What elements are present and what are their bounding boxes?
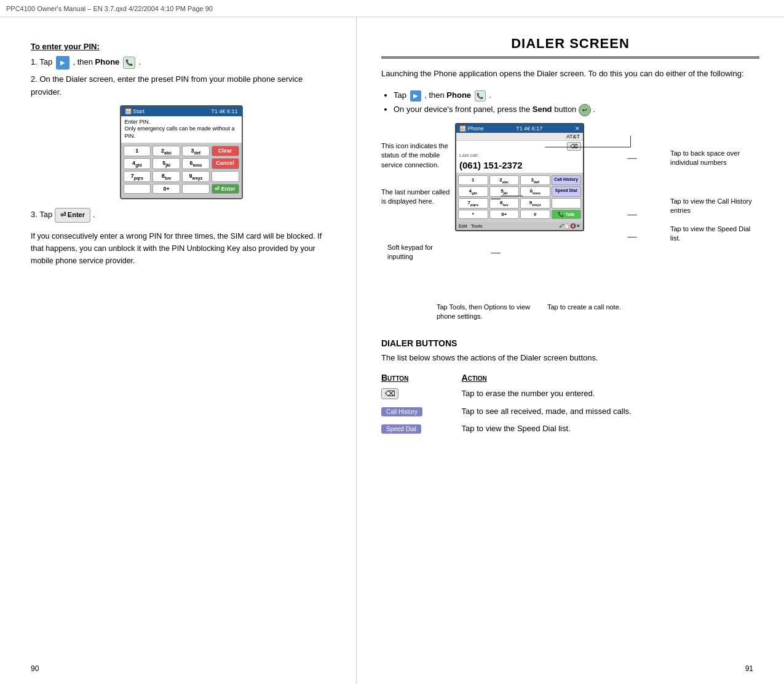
speed-dial-btn[interactable]: Speed Dial: [552, 186, 582, 197]
pin-key-empty2: [124, 184, 151, 194]
call-history-icon: Call History: [381, 407, 422, 416]
step3-suffix: .: [93, 210, 95, 219]
table-row-3: Speed Dial Tap to view the Speed Dial li…: [381, 420, 759, 437]
pin-section-heading: To enter your PIN:: [31, 42, 331, 51]
pin-key-clear[interactable]: Clear: [212, 146, 239, 157]
dialer-key-2[interactable]: 2abc: [489, 175, 520, 186]
col-action: Action: [462, 371, 759, 384]
pin-key-cancel[interactable]: Cancel: [212, 158, 239, 169]
pin-key-0[interactable]: 0+: [152, 184, 180, 194]
back-button-icon: ⌫: [381, 388, 398, 399]
annotation-call-note: Tap to create a call note.: [547, 303, 636, 312]
pin-key-empty1: [212, 171, 239, 182]
pin-key-enter[interactable]: ⏎ Enter: [212, 184, 239, 194]
dialer-diagram-area: This icon indicates the status of the mo…: [381, 123, 759, 326]
pin-msg-line3: PIN.: [125, 133, 238, 140]
pin-keypad: 1 2abc 3def Clear 4ghi 5jkl 6mno Cancel …: [121, 143, 242, 198]
dialer-key-9[interactable]: 9wxyz: [520, 198, 550, 209]
button-action-table: Button Action ⌫ Tap to erase the number …: [381, 371, 759, 437]
pin-key-1[interactable]: 1: [124, 146, 151, 157]
dialer-key-hash[interactable]: #: [520, 210, 550, 219]
dialer-buttons-heading: DIALER BUTTONS: [381, 338, 759, 348]
bullet-1: Tap , then Phone 📞 .: [394, 88, 759, 102]
dialer-row-2: 4ghi 5jkl 6mno Speed Dial: [458, 186, 581, 197]
send-label: Send: [533, 105, 552, 114]
bullet1-suffix: .: [489, 90, 491, 100]
action-cell-1: Tap to erase the number you entered.: [462, 384, 759, 403]
pin-screen-message: Enter PIN. Only emergency calls can be m…: [121, 116, 242, 143]
dialer-signal: T1 4€ 6:17: [516, 125, 542, 132]
start-icon: [56, 56, 69, 70]
step1-suffix: .: [139, 57, 141, 66]
dialer-key-7[interactable]: 7pqrs: [458, 198, 488, 209]
dialer-buttons-desc: The list below shows the actions of the …: [381, 352, 759, 365]
bullet-2: On your device's front panel, press the …: [394, 102, 759, 116]
page-number-left: 90: [31, 664, 39, 673]
step-2: 2. On the Dialer screen, enter the prese…: [31, 73, 331, 99]
action-cell-3: Tap to view the Speed Dial list.: [462, 420, 759, 437]
page-title: DIALER SCREEN: [381, 36, 759, 58]
action-cell-2: Tap to see all received, made, and misse…: [462, 403, 759, 420]
talk-btn[interactable]: 📞 Talk: [552, 210, 582, 219]
pin-row-4: 0+ ⏎ Enter: [124, 184, 239, 194]
pin-row-1: 1 2abc 3def Clear: [124, 146, 239, 157]
phone-label-step1: Phone: [95, 57, 120, 66]
intro-text: Launching the Phone application opens th…: [381, 67, 759, 81]
dialer-key-5[interactable]: 5jkl: [489, 186, 520, 197]
menu-tools[interactable]: Tools: [471, 223, 483, 229]
bullet1-tap: Tap: [394, 90, 409, 100]
phone-icon-bullet1: 📞: [475, 90, 486, 101]
dialer-close-icon[interactable]: ✕: [575, 125, 580, 132]
dialer-key-6[interactable]: 6mno: [520, 186, 550, 197]
bullet1-then: , then: [424, 90, 446, 100]
dialer-key-empty: [552, 198, 582, 209]
menu-edit[interactable]: Edit: [459, 223, 467, 229]
last-call-label: Last call:: [456, 152, 583, 159]
document-header: PPC4100 Owner's Manual – EN 3.7.qxd 4/22…: [0, 0, 784, 17]
dialer-row-1: 1 2abc 3def Call History: [458, 175, 581, 186]
carrier-name: AT&T: [566, 133, 580, 140]
phone-label-bullet1: Phone: [446, 90, 471, 100]
col-button: Button: [381, 371, 462, 384]
page-container: To enter your PIN: 1. Tap , then Phone 📞…: [0, 17, 784, 684]
pin-key-8[interactable]: 8tuv: [152, 171, 180, 182]
call-history-btn[interactable]: Call History: [552, 175, 582, 186]
annotation-status-icon: This icon indicates the status of the mo…: [381, 141, 449, 170]
back-button[interactable]: ⌫: [567, 142, 581, 151]
dialer-key-star[interactable]: *: [458, 210, 488, 219]
dialer-keypad: 1 2abc 3def Call History 4ghi 5jkl 6mno …: [456, 173, 583, 222]
dialer-key-4[interactable]: 4ghi: [458, 186, 488, 197]
dialer-back-row: ⌫: [456, 141, 583, 152]
pin-key-5[interactable]: 5jkl: [152, 158, 180, 169]
step-3: 3. Tap ⏎ Enter .: [31, 208, 331, 223]
pin-key-3[interactable]: 3def: [182, 146, 210, 157]
step-1: 1. Tap , then Phone 📞 .: [31, 56, 331, 70]
annotation-back-btn: Tap to back space over individual number…: [670, 149, 759, 168]
bullet-list: Tap , then Phone 📞 . On your device's fr…: [394, 88, 759, 117]
speed-dial-icon: Speed Dial: [381, 424, 421, 434]
page-number-right: 91: [745, 664, 753, 673]
pin-row-3: 7pqrs 8tuv 9wxyz: [124, 171, 239, 182]
pin-msg-line2: Only emergency calls can be made without…: [125, 125, 238, 133]
pin-screen-header: 🪟 Start T1 4€ 6:11: [121, 106, 242, 116]
pin-key-6[interactable]: 6mno: [182, 158, 210, 169]
step1-prefix: 1. Tap: [31, 57, 52, 66]
pin-start-label: 🪟 Start: [125, 108, 145, 114]
dialer-key-8[interactable]: 8tuv: [489, 198, 520, 209]
pin-key-4[interactable]: 4ghi: [124, 158, 151, 169]
dialer-row-3: 7pqrs 8tuv 9wxyz: [458, 198, 581, 209]
dialer-key-3[interactable]: 3def: [520, 175, 550, 186]
dialer-key-0[interactable]: 0+: [489, 210, 520, 219]
pin-key-9[interactable]: 9wxyz: [182, 171, 210, 182]
pin-key-7[interactable]: 7pqrs: [124, 171, 151, 182]
annotation-soft-keypad: Soft keypad for inputting: [387, 243, 455, 262]
bullet2-text: On your device's front panel, press the: [394, 105, 533, 114]
dialer-key-1[interactable]: 1: [458, 175, 488, 186]
phone-icon-step1: 📞: [123, 57, 135, 69]
annotation-speed-dial: Tap to view the Speed Dial list.: [670, 225, 759, 244]
annotation-tools: Tap Tools, then Options to view phone se…: [437, 303, 535, 322]
bullet2-period: .: [593, 105, 596, 114]
btn-cell-back: ⌫: [381, 384, 462, 403]
pin-key-2[interactable]: 2abc: [152, 146, 180, 157]
enter-button-icon: ⏎ Enter: [55, 208, 90, 223]
